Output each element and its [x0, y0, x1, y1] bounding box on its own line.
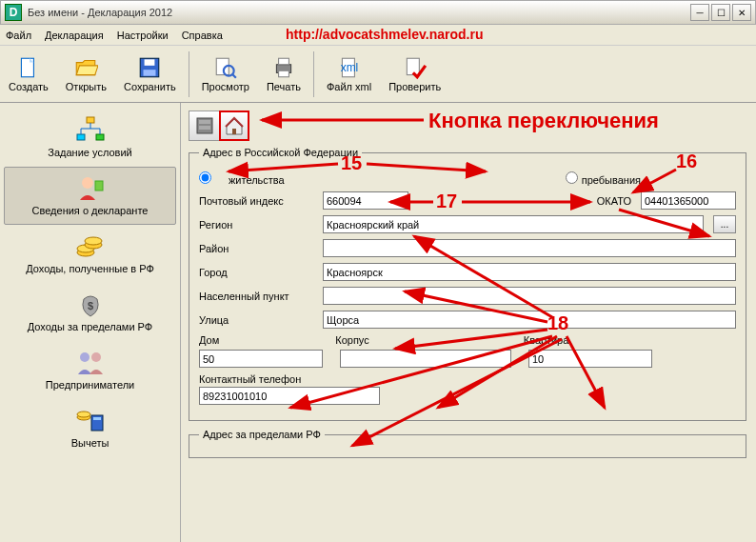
- svg-rect-14: [77, 134, 85, 140]
- xml-file-icon: xml: [337, 55, 362, 80]
- svg-rect-3: [144, 70, 156, 76]
- calc-money-icon: [74, 406, 107, 434]
- menubar: Файл Декларация Настройки Справка http:/…: [0, 25, 756, 46]
- sidebar-item-declarant[interactable]: Сведения о декларанте: [4, 167, 176, 225]
- toolbar-preview[interactable]: Просмотр: [193, 50, 258, 97]
- street-input[interactable]: [323, 311, 736, 329]
- svg-point-30: [77, 412, 90, 417]
- sidebar-item-entrepreneurs[interactable]: Предприниматели: [4, 341, 176, 399]
- svg-rect-35: [199, 126, 210, 130]
- toolbar-print[interactable]: Печать: [258, 50, 309, 97]
- menu-help[interactable]: Справка: [182, 30, 223, 41]
- person-icon: [74, 173, 107, 202]
- minimize-button[interactable]: ─: [690, 4, 709, 21]
- district-input[interactable]: [323, 239, 736, 257]
- okato-label: ОКАТО: [597, 195, 631, 207]
- annotation-url: http://advocatshmelev.narod.ru: [286, 27, 483, 42]
- svg-rect-32: [93, 417, 101, 420]
- save-icon: [137, 55, 162, 80]
- new-file-icon: [16, 55, 41, 80]
- settlement-label: Населенный пункт: [199, 291, 313, 302]
- sidebar-item-conditions[interactable]: Задание условий: [4, 109, 176, 167]
- svg-line-6: [232, 75, 235, 78]
- svg-text:$: $: [87, 300, 92, 311]
- menu-declaration[interactable]: Декларация: [45, 30, 104, 41]
- fieldset-address-abroad: Адрес за пределами РФ: [189, 429, 746, 458]
- street-label: Улица: [199, 314, 313, 326]
- city-label: Город: [199, 267, 313, 278]
- cabinet-icon: [194, 115, 215, 136]
- people-icon: [74, 348, 107, 376]
- toolbar-create[interactable]: Создать: [0, 50, 57, 97]
- house-label: Дом: [199, 334, 219, 346]
- toolbar-xml[interactable]: xml Файл xml: [318, 50, 380, 97]
- app-icon: D: [5, 4, 22, 21]
- region-input[interactable]: [323, 215, 704, 233]
- tab-buttons: [189, 110, 746, 141]
- svg-rect-13: [87, 117, 94, 123]
- radio-stay-label[interactable]: пребывания: [566, 171, 641, 186]
- open-folder-icon: [73, 55, 98, 80]
- coins-icon: [74, 231, 107, 260]
- legend-address-abroad: Адрес за пределами РФ: [199, 429, 325, 440]
- sidebar-item-deductions[interactable]: Вычеты: [4, 399, 176, 457]
- svg-rect-12: [407, 58, 419, 74]
- toolbar-separator: [313, 51, 314, 97]
- district-label: Район: [199, 243, 313, 254]
- money-bag-icon: $: [74, 290, 107, 318]
- svg-point-25: [85, 237, 102, 245]
- svg-rect-36: [232, 129, 236, 134]
- toolbar-open[interactable]: Открыть: [57, 50, 115, 97]
- maximize-button[interactable]: ☐: [711, 4, 730, 21]
- sidebar: Задание условий Сведения о декларанте До…: [0, 103, 181, 542]
- tab-address[interactable]: [219, 110, 249, 141]
- house-icon: [224, 115, 245, 136]
- flat-label: Квартира: [524, 334, 569, 346]
- hierarchy-icon: [74, 115, 107, 144]
- svg-rect-15: [96, 134, 104, 140]
- close-button[interactable]: ✕: [732, 4, 751, 21]
- titlebar: D Без имени - Декларация 2012 ─ ☐ ✕: [0, 0, 756, 25]
- svg-rect-34: [199, 120, 210, 124]
- region-label: Регион: [199, 219, 313, 231]
- preview-icon: [213, 55, 238, 80]
- house-input[interactable]: [199, 350, 323, 368]
- menu-file[interactable]: Файл: [6, 30, 31, 41]
- print-icon: [271, 55, 296, 80]
- legend-address-rf: Адрес в Российской Федерации: [199, 147, 362, 158]
- building-label: Корпус: [335, 334, 368, 346]
- sidebar-item-income-rf[interactable]: Доходы, полученные в РФ: [4, 225, 176, 283]
- menu-settings[interactable]: Настройки: [117, 30, 169, 41]
- svg-text:xml: xml: [340, 61, 358, 74]
- city-input[interactable]: [323, 263, 736, 281]
- window-title: Без имени - Декларация 2012: [28, 7, 690, 18]
- svg-point-28: [91, 352, 101, 362]
- svg-point-20: [82, 177, 93, 189]
- form-panel: Адрес в Российской Федерации жительства …: [181, 103, 756, 542]
- radio-stay[interactable]: [566, 171, 578, 184]
- toolbar-save[interactable]: Сохранить: [115, 50, 185, 97]
- flat-input[interactable]: [528, 350, 652, 368]
- toolbar-separator: [189, 51, 189, 97]
- toolbar-check[interactable]: Проверить: [380, 50, 449, 97]
- phone-input[interactable]: [199, 387, 380, 405]
- radio-residence-label[interactable]: жительства: [199, 171, 285, 186]
- svg-rect-8: [279, 58, 289, 65]
- phone-label: Контактный телефон: [199, 373, 301, 385]
- content-area: Задание условий Сведения о декларанте До…: [0, 103, 756, 542]
- building-input[interactable]: [340, 350, 511, 368]
- tab-personal[interactable]: [189, 110, 219, 141]
- settlement-input[interactable]: [323, 287, 736, 305]
- check-icon: [403, 55, 428, 80]
- fieldset-address-rf: Адрес в Российской Федерации жительства …: [189, 147, 746, 421]
- svg-rect-2: [145, 59, 155, 66]
- postal-input[interactable]: [323, 191, 408, 210]
- svg-rect-9: [279, 70, 289, 77]
- region-lookup-button[interactable]: ...: [713, 215, 736, 233]
- svg-point-27: [80, 352, 90, 362]
- radio-residence[interactable]: [199, 171, 211, 184]
- toolbar: Создать Открыть Сохранить Просмотр Печат…: [0, 46, 756, 103]
- sidebar-item-income-abroad[interactable]: $ Доходы за пределами РФ: [4, 283, 176, 341]
- okato-input[interactable]: [641, 191, 736, 210]
- svg-rect-21: [95, 181, 103, 191]
